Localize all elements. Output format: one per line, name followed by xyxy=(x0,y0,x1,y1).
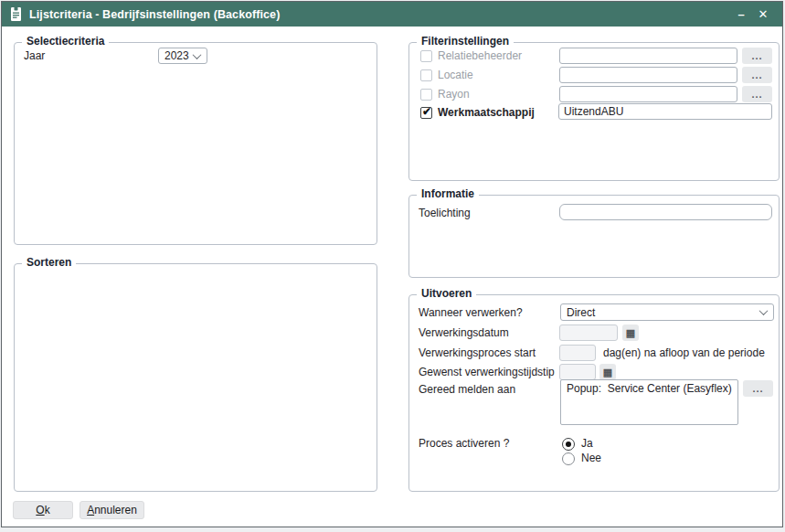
group-sorteren: Sorteren xyxy=(14,263,377,492)
wanneer-verwerken-value: Direct xyxy=(567,306,595,319)
radio-nee[interactable] xyxy=(562,452,575,465)
radio-nee-label: Nee xyxy=(581,451,601,466)
jaar-value: 2023 xyxy=(164,49,189,62)
window-title: Lijstcriteria - Bedrijfsinstellingen (Ba… xyxy=(29,8,280,21)
locatie-label: Locatie xyxy=(438,68,473,83)
radio-ja-label: Ja xyxy=(581,436,593,452)
relatiebeheerder-input[interactable] xyxy=(559,48,737,64)
verwerkingsdatum-calendar-button[interactable]: ▦ xyxy=(622,325,639,341)
jaar-label: Jaar xyxy=(24,48,45,64)
toelichting-input[interactable] xyxy=(559,204,772,220)
group-uitvoeren-legend: Uitvoeren xyxy=(417,287,476,300)
relatiebeheerder-browse-button[interactable]: ... xyxy=(742,48,772,64)
wanneer-verwerken-label: Wanneer verwerken? xyxy=(419,305,523,321)
rayon-checkbox[interactable] xyxy=(420,89,432,101)
werkmaatschappij-checkbox[interactable]: ✔ xyxy=(420,107,432,119)
rayon-label: Rayon xyxy=(438,87,470,102)
relatiebeheerder-label: Relatiebeheerder xyxy=(438,48,522,64)
titlebar: Lijstcriteria - Bedrijfsinstellingen (Ba… xyxy=(2,2,782,27)
gewenst-verwerkingstijdstip-label: Gewenst verwerkingstijdstip xyxy=(419,365,555,380)
verwerkingsdatum-input[interactable] xyxy=(559,325,618,341)
chevron-down-icon xyxy=(759,306,769,315)
group-sorteren-legend: Sorteren xyxy=(22,256,76,269)
dialog-window: Lijstcriteria - Bedrijfsinstellingen (Ba… xyxy=(1,1,783,527)
group-informatie-legend: Informatie xyxy=(417,187,479,200)
werkmaatschappij-label: Werkmaatschappij xyxy=(438,105,535,121)
toelichting-label: Toelichting xyxy=(419,206,471,221)
calendar-icon: ▦ xyxy=(603,367,612,378)
verwerkingsproces-start-label: Verwerkingsproces start xyxy=(419,346,536,361)
werkmaatschappij-input[interactable] xyxy=(558,103,772,120)
gewenst-verwerkingstijdstip-input[interactable] xyxy=(559,364,596,380)
proces-activeren-label: Proces activeren ? xyxy=(419,436,509,452)
relatiebeheerder-checkbox[interactable] xyxy=(420,50,432,62)
locatie-browse-button[interactable]: ... xyxy=(742,67,772,83)
locatie-input[interactable] xyxy=(559,67,737,83)
check-icon: ✔ xyxy=(422,104,431,120)
wanneer-verwerken-select[interactable]: Direct xyxy=(560,303,774,321)
gereed-melden-browse-button[interactable]: ... xyxy=(743,380,773,397)
verwerkingsproces-start-suffix: dag(en) na afloop van de periode xyxy=(603,346,765,361)
gereed-melden-listbox[interactable]: Popup: Service Center (Easyflex) xyxy=(560,379,738,425)
ok-button[interactable]: Ok xyxy=(13,501,73,519)
group-selectiecriteria-legend: Selectiecriteria xyxy=(22,35,109,48)
rayon-browse-button[interactable]: ... xyxy=(742,86,772,102)
gewenst-verwerkingstijdstip-calendar-button[interactable]: ▦ xyxy=(599,364,616,380)
locatie-checkbox[interactable] xyxy=(420,69,432,81)
minimize-button[interactable]: – xyxy=(730,7,752,21)
chevron-down-icon xyxy=(193,50,202,59)
jaar-select[interactable]: 2023 xyxy=(158,48,207,64)
group-selectiecriteria: Selectiecriteria xyxy=(14,42,377,245)
document-icon xyxy=(10,7,22,21)
rayon-input[interactable] xyxy=(559,86,737,102)
annuleren-button[interactable]: Annuleren xyxy=(80,501,144,519)
radio-ja[interactable] xyxy=(562,438,575,451)
gereed-melden-label: Gereed melden aan xyxy=(419,382,515,398)
verwerkingsproces-start-input[interactable] xyxy=(559,345,596,361)
close-button[interactable]: ✕ xyxy=(752,7,774,21)
group-filterinstellingen-legend: Filterinstellingen xyxy=(417,35,514,48)
calendar-icon: ▦ xyxy=(626,328,635,338)
verwerkingsdatum-label: Verwerkingsdatum xyxy=(419,325,509,341)
